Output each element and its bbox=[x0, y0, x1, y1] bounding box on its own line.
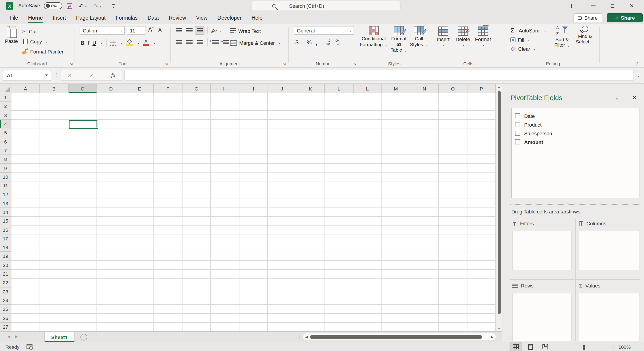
select-all-corner[interactable] bbox=[0, 84, 12, 93]
previous-sheet-icon[interactable]: ◀ bbox=[7, 335, 10, 339]
zoom-in-icon[interactable]: + bbox=[612, 344, 615, 350]
zoom-slider-track[interactable] bbox=[561, 347, 609, 347]
accounting-dropdown-icon[interactable]: ⌄ bbox=[300, 40, 303, 44]
middle-align-button[interactable] bbox=[184, 26, 194, 35]
column-header-L-12[interactable]: L bbox=[353, 84, 382, 93]
ribbon-display-options-button[interactable] bbox=[567, 0, 581, 12]
redo-button[interactable]: ↷⌄ bbox=[93, 2, 102, 10]
pivot-field-amount[interactable]: Amount bbox=[515, 138, 639, 146]
vertical-scrollbar-thumb[interactable] bbox=[498, 91, 501, 314]
align-left-button[interactable] bbox=[174, 38, 184, 47]
align-right-button[interactable] bbox=[195, 38, 204, 47]
zoom-level[interactable]: 100% bbox=[618, 344, 631, 350]
column-header-A-0[interactable]: A bbox=[12, 84, 40, 93]
accounting-format-button[interactable]: $ bbox=[296, 39, 298, 45]
row-header-18[interactable]: 18 bbox=[0, 243, 11, 252]
row-header-27[interactable]: 27 bbox=[0, 323, 11, 331]
borders-dropdown-icon[interactable]: ⌄ bbox=[120, 41, 123, 44]
tab-file[interactable]: File bbox=[4, 12, 23, 24]
column-header-P-16[interactable]: P bbox=[468, 84, 496, 93]
row-header-16[interactable]: 16 bbox=[0, 226, 11, 234]
pane-options-icon[interactable]: ⌄ bbox=[615, 95, 619, 101]
zoom-slider-handle[interactable] bbox=[583, 344, 585, 350]
tab-developer[interactable]: Developer bbox=[212, 12, 246, 24]
row-header-12[interactable]: 12 bbox=[0, 190, 11, 199]
insert-function-button[interactable]: fx bbox=[111, 72, 115, 79]
scroll-up-icon[interactable]: ▲ bbox=[498, 85, 500, 88]
search-box[interactable]: Search (Ctrl+D) bbox=[252, 1, 401, 11]
sheet-grid[interactable] bbox=[12, 93, 496, 331]
number-format-select[interactable]: General⌄ bbox=[294, 26, 354, 35]
row-header-11[interactable]: 11 bbox=[0, 181, 11, 190]
font-dialog-launcher-icon[interactable]: ⇲ bbox=[165, 62, 168, 66]
copy-button[interactable]: Copy⌄ bbox=[22, 37, 48, 45]
sheet-tab-sheet1[interactable]: Sheet1 bbox=[44, 332, 74, 342]
font-color-dropdown-icon[interactable]: ⌄ bbox=[153, 41, 156, 44]
column-header-J-9[interactable]: J bbox=[268, 84, 296, 93]
formula-bar-splitter[interactable]: ⋮ bbox=[54, 72, 59, 78]
row-header-15[interactable]: 15 bbox=[0, 217, 11, 226]
alignment-dialog-launcher-icon[interactable]: ⇲ bbox=[283, 62, 286, 66]
bottom-align-button[interactable] bbox=[195, 26, 204, 35]
column-header-D-3[interactable]: D bbox=[97, 84, 126, 93]
scroll-right-icon[interactable]: ▶ bbox=[491, 335, 494, 339]
next-sheet-icon[interactable]: ▶ bbox=[15, 335, 18, 339]
row-header-14[interactable]: 14 bbox=[0, 208, 11, 217]
undo-button[interactable]: ↶⌄ bbox=[79, 2, 87, 10]
fill-color-dropdown-icon[interactable]: ⌄ bbox=[137, 41, 140, 44]
vertical-scrollbar[interactable]: ▲ ▼ bbox=[496, 84, 502, 331]
pane-close-icon[interactable]: ✕ bbox=[632, 94, 637, 101]
tab-insert[interactable]: Insert bbox=[48, 12, 71, 24]
filters-drop-area[interactable] bbox=[512, 231, 572, 270]
comments-share-button[interactable]: Share bbox=[573, 13, 602, 22]
page-break-view-button[interactable] bbox=[539, 342, 551, 351]
merge-center-button[interactable]: Marge & Center⌄ bbox=[230, 39, 280, 47]
tab-review[interactable]: Review bbox=[164, 12, 191, 24]
format-as-table-button[interactable]: Format as Table ⌄ bbox=[389, 26, 409, 53]
columns-drop-area[interactable] bbox=[578, 231, 640, 270]
borders-icon[interactable] bbox=[110, 40, 116, 46]
autosum-button[interactable]: ΣAutoSom⌄ bbox=[510, 27, 547, 34]
horizontal-scrollbar[interactable]: ◀ ▶ bbox=[302, 333, 496, 341]
font-family-select[interactable]: Calibri⌄ bbox=[80, 26, 125, 35]
cut-button[interactable]: ✂Cut bbox=[22, 27, 36, 35]
zoom-out-icon[interactable]: − bbox=[554, 344, 558, 350]
row-header-24[interactable]: 24 bbox=[0, 296, 11, 305]
orientation-dropdown-icon[interactable]: ⌄ bbox=[219, 28, 222, 32]
font-size-select[interactable]: 11⌄ bbox=[127, 26, 146, 35]
row-header-4[interactable]: 4 bbox=[0, 120, 11, 129]
row-header-9[interactable]: 9 bbox=[0, 164, 11, 173]
decrease-font-size-button[interactable]: A˅ bbox=[158, 27, 163, 32]
cancel-entry-icon[interactable]: ✕ bbox=[68, 72, 72, 78]
clipboard-dialog-launcher-icon[interactable]: ⇲ bbox=[70, 62, 73, 66]
pivot-field-date[interactable]: Date bbox=[515, 111, 639, 120]
horizontal-scrollbar-thumb[interactable] bbox=[310, 335, 482, 339]
column-header-G-6[interactable]: G bbox=[182, 84, 211, 93]
row-header-19[interactable]: 19 bbox=[0, 252, 11, 261]
fill-color-button[interactable] bbox=[126, 39, 133, 46]
tab-bar-splitter[interactable]: ⋮ bbox=[297, 334, 302, 340]
row-header-10[interactable]: 10 bbox=[0, 173, 11, 181]
row-header-21[interactable]: 21 bbox=[0, 270, 11, 279]
row-header-6[interactable]: 6 bbox=[0, 137, 11, 146]
checkbox-icon[interactable] bbox=[515, 131, 520, 136]
save-button[interactable] bbox=[67, 2, 72, 10]
column-header-H-7[interactable]: H bbox=[211, 84, 240, 93]
percent-style-button[interactable]: % bbox=[307, 39, 312, 45]
comma-style-button[interactable]: , bbox=[315, 38, 317, 46]
column-header-I-8[interactable]: I bbox=[240, 84, 268, 93]
checkbox-icon[interactable] bbox=[515, 113, 520, 118]
autosave-toggle[interactable]: 0% bbox=[44, 2, 62, 9]
macro-record-icon[interactable] bbox=[26, 344, 32, 349]
cell-styles-button[interactable]: Call Styles ⌄ bbox=[409, 26, 429, 48]
top-align-button[interactable] bbox=[174, 26, 184, 35]
paste-dropdown-icon[interactable]: ⌄ bbox=[10, 45, 13, 48]
selected-cell-c4[interactable] bbox=[68, 119, 97, 129]
column-header-K-10[interactable]: K bbox=[296, 84, 325, 93]
row-header-26[interactable]: 26 bbox=[0, 314, 11, 323]
underline-dropdown-icon[interactable]: ⌄ bbox=[100, 41, 103, 44]
increase-font-size-button[interactable]: A˄ bbox=[148, 26, 154, 33]
row-header-5[interactable]: 5 bbox=[0, 128, 11, 137]
rows-drop-area[interactable] bbox=[512, 293, 572, 342]
scroll-left-icon[interactable]: ◀ bbox=[305, 335, 308, 339]
